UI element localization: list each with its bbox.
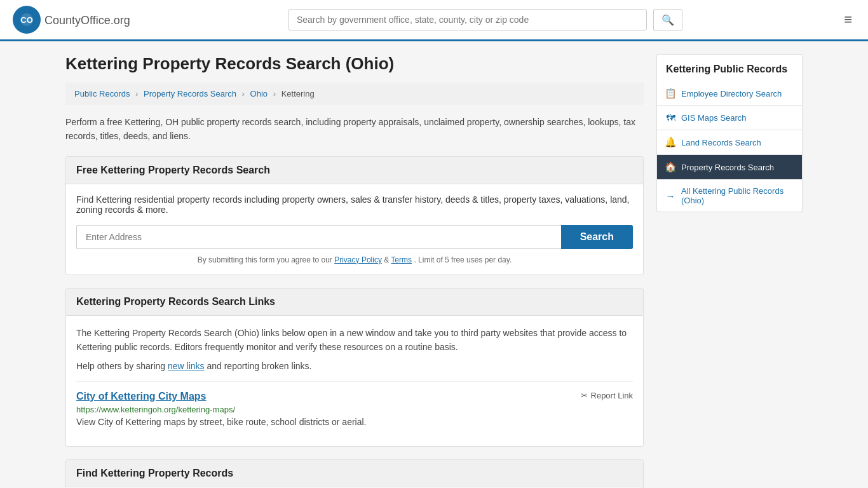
links-help-text: Help others by sharing [76, 361, 165, 371]
main-container: Kettering Property Records Search (Ohio)… [53, 41, 815, 488]
header: CO CountyOffice.org 🔍 ≡ [0, 0, 868, 41]
sidebar-item-gis-maps[interactable]: 🗺 GIS Maps Search [656, 106, 803, 130]
sidebar-item-all-label: All Kettering Public Records (Ohio) [681, 186, 794, 205]
privacy-policy-link[interactable]: Privacy Policy [334, 255, 382, 264]
intro-text: Perform a free Kettering, OH public prop… [65, 115, 644, 144]
find-section: Find Kettering Property Records A Ketter… [65, 459, 644, 488]
breadcrumb-sep-1: › [135, 89, 138, 98]
sidebar-item-all-public-records[interactable]: → All Kettering Public Records (Ohio) [656, 180, 803, 212]
header-search-input[interactable] [288, 9, 647, 30]
page-title: Kettering Property Records Search (Ohio) [65, 54, 644, 74]
free-search-body: Find Kettering residential property reco… [66, 184, 643, 274]
breadcrumb-sep-3: › [273, 89, 276, 98]
disclaimer-text: By submitting this form you agree to our [198, 255, 332, 264]
logo-text: CountyOffice.org [44, 11, 130, 28]
link-card-title[interactable]: City of Kettering City Maps [76, 391, 206, 402]
links-desc: The Kettering Property Records Search (O… [76, 326, 633, 355]
links-section-heading: Kettering Property Records Search Links [66, 288, 643, 316]
sidebar-item-gis-label: GIS Maps Search [681, 113, 747, 123]
report-icon: ✂ [581, 391, 588, 400]
breadcrumb-ohio[interactable]: Ohio [250, 89, 268, 98]
link-card: City of Kettering City Maps ✂ Report Lin… [76, 381, 633, 436]
sidebar: Kettering Public Records 📋 Employee Dire… [656, 54, 803, 488]
disclaimer-limit: . Limit of 5 free uses per day. [414, 255, 512, 264]
find-section-heading: Find Kettering Property Records [66, 460, 643, 487]
sidebar-item-property-records[interactable]: 🏠 Property Records Search [656, 155, 803, 180]
logo-name-text: CountyOffice [44, 14, 111, 27]
search-form: Search [76, 225, 633, 249]
sidebar-item-land-label: Land Records Search [681, 138, 761, 147]
header-search-area: 🔍 [288, 9, 682, 31]
sidebar-title: Kettering Public Records [656, 54, 803, 81]
breadcrumb-property-records-search[interactable]: Property Records Search [144, 89, 236, 98]
property-records-icon: 🏠 [665, 161, 676, 173]
links-section: Kettering Property Records Search Links … [65, 288, 644, 447]
link-card-desc: View City of Kettering maps by street, b… [76, 417, 633, 427]
breadcrumb: Public Records › Property Records Search… [65, 83, 644, 105]
disclaimer-and: & [384, 255, 391, 264]
land-records-icon: 🔔 [665, 137, 676, 148]
sidebar-item-employee-directory[interactable]: 📋 Employee Directory Search [656, 81, 803, 106]
logo-icon: CO [13, 6, 41, 34]
sidebar-item-land-records[interactable]: 🔔 Land Records Search [656, 130, 803, 155]
svg-text:CO: CO [20, 15, 33, 25]
free-search-desc: Find Kettering residential property reco… [76, 194, 633, 215]
header-search-button[interactable]: 🔍 [653, 9, 682, 31]
links-help: Help others by sharing new links and rep… [76, 361, 633, 371]
link-card-header: City of Kettering City Maps ✂ Report Lin… [76, 391, 633, 402]
all-records-icon: → [665, 191, 676, 201]
header-menu-button[interactable]: ≡ [841, 8, 855, 31]
free-search-heading: Free Kettering Property Records Search [66, 157, 643, 184]
logo-suffix-text: .org [111, 14, 130, 27]
search-submit-button[interactable]: Search [561, 225, 633, 249]
links-help-text2: and reporting broken links. [207, 361, 311, 371]
breadcrumb-sep-2: › [242, 89, 245, 98]
sidebar-item-property-label: Property Records Search [681, 163, 774, 172]
breadcrumb-kettering: Kettering [281, 89, 315, 98]
form-disclaimer: By submitting this form you agree to our… [76, 255, 633, 264]
report-link-label: Report Link [591, 391, 633, 400]
gis-maps-icon: 🗺 [665, 112, 676, 123]
breadcrumb-public-records[interactable]: Public Records [74, 89, 130, 98]
free-search-section: Free Kettering Property Records Search F… [65, 156, 644, 275]
content-area: Kettering Property Records Search (Ohio)… [65, 54, 644, 488]
report-link-button[interactable]: ✂ Report Link [581, 391, 633, 400]
address-input[interactable] [76, 225, 561, 249]
terms-link[interactable]: Terms [391, 255, 412, 264]
new-links-link[interactable]: new links [168, 361, 205, 371]
logo-area: CO CountyOffice.org [13, 6, 130, 34]
links-section-body: The Kettering Property Records Search (O… [66, 316, 643, 446]
link-card-url[interactable]: https://www.ketteringoh.org/kettering-ma… [76, 405, 633, 414]
employee-directory-icon: 📋 [665, 88, 676, 99]
sidebar-item-employee-label: Employee Directory Search [681, 89, 782, 98]
